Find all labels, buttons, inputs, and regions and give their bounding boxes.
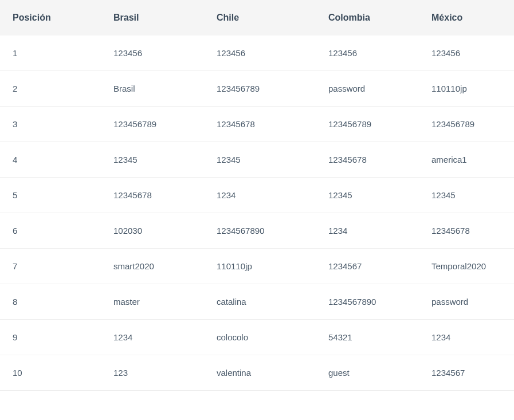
table-row: 9 1234 colocolo 54321 1234: [0, 320, 514, 355]
cell-chile: colocolo: [206, 320, 318, 355]
cell-brasil: 1234: [103, 320, 206, 355]
cell-posicion: 4: [0, 142, 103, 178]
cell-posicion: 6: [0, 213, 103, 249]
cell-colombia: guest: [318, 355, 421, 391]
cell-brasil: 12345: [103, 142, 206, 178]
cell-chile: catalina: [206, 284, 318, 320]
table-row: 3 123456789 12345678 123456789 123456789: [0, 107, 514, 142]
cell-chile: 1234567890: [206, 213, 318, 249]
cell-chile: 12345: [206, 142, 318, 178]
cell-chile: 1234: [206, 178, 318, 213]
cell-brasil: 123456: [103, 36, 206, 71]
cell-mexico: 110110jp: [421, 71, 514, 107]
header-brasil: Brasil: [103, 0, 206, 36]
table-row: 4 12345 12345 12345678 america1: [0, 142, 514, 178]
cell-colombia: 12345: [318, 178, 421, 213]
cell-mexico: 12345678: [421, 213, 514, 249]
cell-posicion: 9: [0, 320, 103, 355]
cell-mexico: Temporal2020: [421, 249, 514, 284]
table-row: 6 102030 1234567890 1234 12345678: [0, 213, 514, 249]
cell-mexico: 1234: [421, 320, 514, 355]
cell-colombia: 12345678: [318, 142, 421, 178]
table-row: 2 Brasil 123456789 password 110110jp: [0, 71, 514, 107]
cell-colombia: 1234567: [318, 249, 421, 284]
cell-mexico: 123456789: [421, 107, 514, 142]
header-chile: Chile: [206, 0, 318, 36]
cell-colombia: 123456789: [318, 107, 421, 142]
cell-colombia: 1234567890: [318, 284, 421, 320]
cell-posicion: 8: [0, 284, 103, 320]
cell-brasil: Brasil: [103, 71, 206, 107]
cell-mexico: 123456: [421, 36, 514, 71]
cell-brasil: 123: [103, 355, 206, 391]
cell-colombia: 1234: [318, 213, 421, 249]
cell-brasil: 102030: [103, 213, 206, 249]
cell-mexico: 1234567: [421, 355, 514, 391]
cell-posicion: 10: [0, 355, 103, 391]
cell-colombia: password: [318, 71, 421, 107]
cell-posicion: 5: [0, 178, 103, 213]
cell-chile: 123456789: [206, 71, 318, 107]
cell-mexico: america1: [421, 142, 514, 178]
cell-brasil: smart2020: [103, 249, 206, 284]
table-row: 1 123456 123456 123456 123456: [0, 36, 514, 71]
table-row: 5 12345678 1234 12345 12345: [0, 178, 514, 213]
cell-posicion: 2: [0, 71, 103, 107]
cell-posicion: 7: [0, 249, 103, 284]
cell-colombia: 54321: [318, 320, 421, 355]
cell-chile: 123456: [206, 36, 318, 71]
cell-chile: 12345678: [206, 107, 318, 142]
cell-brasil: 12345678: [103, 178, 206, 213]
cell-chile: valentina: [206, 355, 318, 391]
cell-posicion: 1: [0, 36, 103, 71]
header-colombia: Colombia: [318, 0, 421, 36]
cell-brasil: master: [103, 284, 206, 320]
cell-mexico: 12345: [421, 178, 514, 213]
cell-chile: 110110jp: [206, 249, 318, 284]
cell-brasil: 123456789: [103, 107, 206, 142]
table-row: 7 smart2020 110110jp 1234567 Temporal202…: [0, 249, 514, 284]
cell-colombia: 123456: [318, 36, 421, 71]
passwords-table: Posición Brasil Chile Colombia México 1 …: [0, 0, 514, 391]
header-mexico: México: [421, 0, 514, 36]
cell-posicion: 3: [0, 107, 103, 142]
header-posicion: Posición: [0, 0, 103, 36]
table-row: 8 master catalina 1234567890 password: [0, 284, 514, 320]
table-header-row: Posición Brasil Chile Colombia México: [0, 0, 514, 36]
table-row: 10 123 valentina guest 1234567: [0, 355, 514, 391]
table-body: 1 123456 123456 123456 123456 2 Brasil 1…: [0, 36, 514, 391]
cell-mexico: password: [421, 284, 514, 320]
